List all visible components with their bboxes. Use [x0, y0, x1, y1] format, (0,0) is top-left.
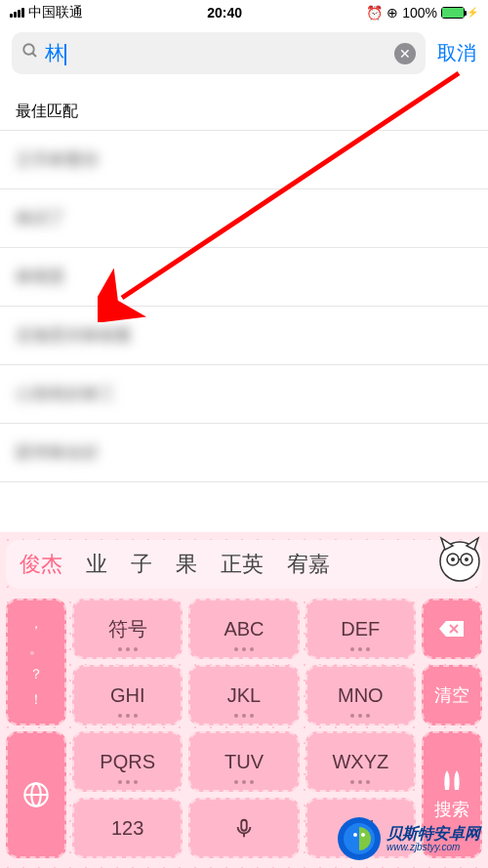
watermark: 贝斯特安卓网 www.zjbstyy.com [336, 815, 480, 862]
status-bar: 中国联通 20:40 ⏰ ⊕ 100% ⚡ [0, 0, 488, 24]
key-pqrs[interactable]: PQRS [72, 731, 183, 792]
key-ghi[interactable]: GHI [72, 665, 183, 725]
result-item[interactable]: 王亭林看你 [0, 131, 488, 189]
watermark-cn: 贝斯特安卓网 [386, 825, 480, 843]
clear-search-button[interactable]: ✕ [394, 43, 416, 64]
charging-icon: ⚡ [467, 7, 478, 18]
signal-icon [10, 8, 24, 18]
search-query-text: 林 [39, 40, 394, 66]
svg-point-19 [361, 833, 365, 837]
key-mic[interactable] [188, 798, 299, 858]
svg-point-0 [23, 44, 34, 55]
bunny-ears-icon [439, 768, 465, 792]
key-abc[interactable]: ABC [188, 599, 299, 659]
result-item[interactable]: 林维星 [0, 248, 488, 307]
candidate[interactable]: 宥嘉 [287, 550, 330, 579]
carrier-label: 中国联通 [28, 4, 83, 21]
globe-icon [22, 781, 50, 808]
svg-point-7 [451, 558, 455, 561]
key-mno[interactable]: MNO [305, 665, 416, 725]
cancel-button[interactable]: 取消 [437, 40, 476, 66]
clear-key[interactable]: 清空 [422, 665, 482, 725]
svg-line-1 [32, 53, 36, 57]
backspace-key[interactable] [422, 599, 482, 659]
battery-icon [441, 7, 465, 19]
candidate[interactable]: 业 [86, 550, 107, 579]
result-item[interactable]: 心情有好林三 [0, 365, 488, 424]
result-list: 王亭林看你 林武丁 林维星 后海里对林相看 心情有好林三 跟华林余好 [0, 131, 488, 482]
status-time: 20:40 [83, 5, 366, 21]
candidate[interactable]: 正英 [221, 550, 264, 579]
candidate[interactable]: 果 [176, 550, 197, 579]
key-symbols[interactable]: 符号 [72, 599, 183, 659]
svg-point-8 [465, 558, 468, 561]
section-header: 最佳匹配 [0, 82, 488, 131]
key-def[interactable]: DEF [305, 599, 416, 659]
result-item[interactable]: 跟华林余好 [0, 424, 488, 482]
alarm-icon: ⏰ [366, 5, 383, 21]
candidate[interactable]: 俊杰 [20, 550, 62, 579]
globe-key[interactable] [6, 731, 66, 858]
key-jkl[interactable]: JKL [188, 665, 299, 725]
orientation-lock-icon: ⊕ [386, 5, 398, 21]
search-bar: 林 ✕ 取消 [0, 24, 488, 82]
key-wxyz[interactable]: WXYZ [305, 731, 416, 792]
svg-point-18 [353, 833, 357, 837]
candidate-bar: 俊杰 业 子 果 正英 宥嘉 [6, 540, 482, 589]
status-left: 中国联通 [10, 4, 83, 21]
svg-rect-12 [241, 820, 247, 831]
mic-icon [233, 817, 255, 839]
punctuation-key[interactable]: ， 。 ？ ！ [6, 599, 66, 725]
battery-pct: 100% [402, 5, 437, 21]
watermark-logo-icon [336, 815, 383, 862]
candidate[interactable]: 子 [131, 550, 152, 579]
result-item[interactable]: 林武丁 [0, 189, 488, 248]
key-123[interactable]: 123 [72, 798, 183, 858]
search-icon [21, 42, 39, 64]
search-input[interactable]: 林 ✕ [12, 32, 426, 74]
watermark-en: www.zjbstyy.com [386, 842, 480, 852]
cat-mascot-icon [433, 532, 486, 585]
status-right: ⏰ ⊕ 100% ⚡ [366, 5, 478, 21]
result-item[interactable]: 后海里对林相看 [0, 307, 488, 365]
key-tuv[interactable]: TUV [188, 731, 299, 792]
backspace-icon [438, 619, 466, 639]
